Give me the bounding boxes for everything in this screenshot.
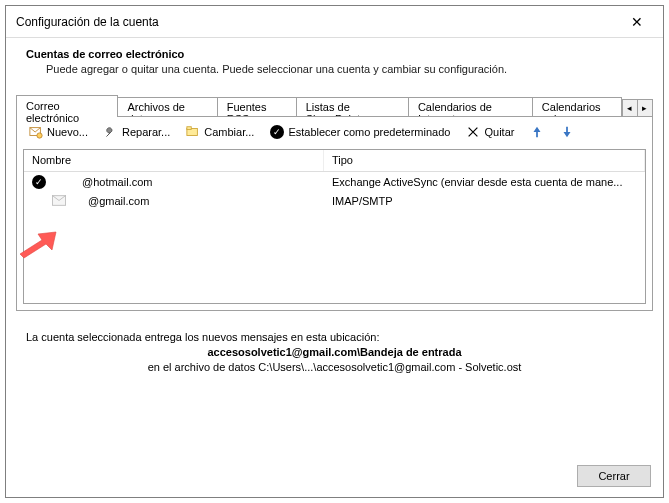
move-down-button[interactable]	[554, 123, 580, 141]
account-type: Exchange ActiveSync (enviar desde esta c…	[324, 176, 645, 188]
check-circle-icon: ✓	[32, 175, 46, 189]
table-row[interactable]: ✓ @hotmail.com Exchange ActiveSync (envi…	[24, 172, 645, 191]
change-button[interactable]: Cambiar...	[180, 123, 260, 141]
col-type[interactable]: Tipo	[324, 150, 645, 171]
arrow-up-icon	[530, 125, 544, 139]
dialog-footer: Cerrar	[6, 457, 663, 497]
arrow-down-icon	[560, 125, 574, 139]
set-default-label: Establecer como predeterminado	[288, 126, 450, 138]
titlebar: Configuración de la cuenta ✕	[6, 6, 663, 38]
delivery-info: La cuenta seleccionada entrega los nuevo…	[6, 322, 663, 376]
envelope-icon	[52, 195, 66, 206]
col-name[interactable]: Nombre	[24, 150, 324, 171]
account-email: @gmail.com	[88, 195, 149, 207]
tab-sharepoint[interactable]: Listas de SharePoint	[296, 97, 409, 117]
wrench-icon	[104, 125, 118, 139]
tab-data-files[interactable]: Archivos de datos	[117, 97, 217, 117]
account-email: @hotmail.com	[82, 176, 152, 188]
tab-strip: Correo electrónico Archivos de datos Fue…	[6, 81, 663, 117]
dialog-window: Configuración de la cuenta ✕ Cuentas de …	[5, 5, 664, 498]
remove-button[interactable]: Quitar	[460, 123, 520, 141]
delete-icon	[466, 125, 480, 139]
set-default-button[interactable]: ✓ Establecer como predeterminado	[264, 123, 456, 141]
header-title: Cuentas de correo electrónico	[26, 48, 649, 60]
check-circle-icon: ✓	[270, 125, 284, 139]
tab-rss-feeds[interactable]: Fuentes RSS	[217, 97, 297, 117]
close-button[interactable]: Cerrar	[577, 465, 651, 487]
accounts-table: Nombre Tipo ✓ @hotmail.com Exchange Acti…	[23, 149, 646, 304]
table-header: Nombre Tipo	[24, 150, 645, 172]
table-row[interactable]: @gmail.com IMAP/SMTP	[24, 191, 645, 210]
repair-label: Reparar...	[122, 126, 170, 138]
tab-scroll-right[interactable]: ▸	[637, 99, 653, 117]
tab-internet-calendars[interactable]: Calendarios de Internet	[408, 97, 533, 117]
info-location: accesosolvetic1@gmail.com\Bandeja de ent…	[26, 346, 643, 358]
tab-scroll-nav: ◂ ▸	[623, 99, 653, 117]
tab-published-calendars[interactable]: Calendarios pul	[532, 97, 622, 117]
change-label: Cambiar...	[204, 126, 254, 138]
info-datafile: en el archivo de datos C:\Users\...\acce…	[26, 361, 643, 373]
remove-label: Quitar	[484, 126, 514, 138]
svg-rect-3	[187, 127, 191, 130]
tab-email[interactable]: Correo electrónico	[16, 95, 118, 117]
new-label: Nuevo...	[47, 126, 88, 138]
toolbar: Nuevo... Reparar... Cambiar... ✓ Estable…	[17, 117, 652, 147]
header-description: Puede agregar o quitar una cuenta. Puede…	[26, 63, 649, 75]
window-title: Configuración de la cuenta	[16, 15, 159, 29]
svg-point-1	[37, 133, 42, 138]
account-type: IMAP/SMTP	[324, 195, 645, 207]
close-icon[interactable]: ✕	[617, 8, 657, 36]
arrow-annotation-icon	[18, 230, 58, 262]
folder-icon	[186, 125, 200, 139]
tab-panel: Nuevo... Reparar... Cambiar... ✓ Estable…	[16, 116, 653, 311]
move-up-button[interactable]	[524, 123, 550, 141]
envelope-icon	[29, 125, 43, 139]
info-intro: La cuenta seleccionada entrega los nuevo…	[26, 331, 643, 343]
header-section: Cuentas de correo electrónico Puede agre…	[6, 38, 663, 81]
repair-button[interactable]: Reparar...	[98, 123, 176, 141]
new-button[interactable]: Nuevo...	[23, 123, 94, 141]
tab-scroll-left[interactable]: ◂	[622, 99, 638, 117]
